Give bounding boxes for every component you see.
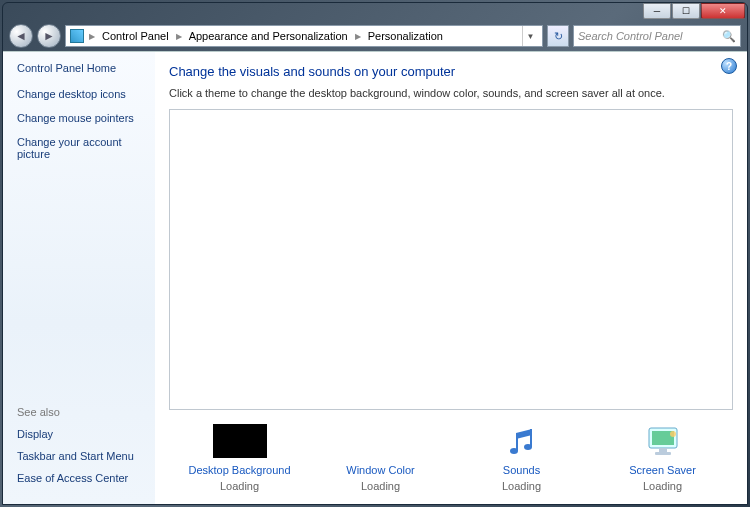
search-input[interactable]: Search Control Panel 🔍	[573, 25, 741, 47]
setting-status: Loading	[220, 480, 259, 492]
window-buttons: ─ ☐ ✕	[642, 3, 745, 19]
setting-sounds[interactable]: Sounds Loading	[457, 424, 587, 492]
page-subtitle: Click a theme to change the desktop back…	[169, 87, 733, 99]
task-change-desktop-icons[interactable]: Change desktop icons	[17, 88, 145, 100]
theme-list[interactable]	[169, 109, 733, 410]
breadcrumb[interactable]: ▶ Control Panel ▶ Appearance and Persona…	[65, 25, 543, 47]
settings-row: Desktop Background Loading Window Color …	[169, 410, 733, 496]
setting-label: Screen Saver	[629, 464, 696, 476]
help-icon[interactable]: ?	[721, 58, 737, 74]
minimize-button[interactable]: ─	[643, 3, 671, 19]
svg-rect-7	[655, 452, 671, 455]
control-panel-icon	[70, 29, 84, 43]
maximize-button[interactable]: ☐	[672, 3, 700, 19]
title-bar: ─ ☐ ✕	[3, 3, 747, 23]
content-area: Control Panel Home Change desktop icons …	[3, 51, 747, 504]
desktop-background-thumbnail	[210, 424, 270, 458]
svg-point-8	[670, 431, 676, 437]
sidebar: Control Panel Home Change desktop icons …	[3, 52, 155, 504]
setting-label: Desktop Background	[188, 464, 290, 476]
search-placeholder: Search Control Panel	[578, 30, 683, 42]
refresh-button[interactable]: ↻	[547, 25, 569, 47]
see-also-header: See also	[17, 406, 145, 418]
back-button[interactable]: ◄	[9, 24, 33, 48]
main-panel: ? Change the visuals and sounds on your …	[155, 52, 747, 504]
setting-status: Loading	[361, 480, 400, 492]
chevron-right-icon: ▶	[86, 32, 98, 41]
breadcrumb-dropdown[interactable]: ▼	[522, 26, 538, 46]
setting-status: Loading	[502, 480, 541, 492]
control-panel-home-link[interactable]: Control Panel Home	[17, 62, 145, 74]
see-also-display[interactable]: Display	[17, 428, 145, 440]
black-thumbnail	[213, 424, 267, 458]
task-change-account-picture[interactable]: Change your account picture	[17, 136, 145, 160]
search-icon: 🔍	[722, 30, 736, 43]
page-title: Change the visuals and sounds on your co…	[169, 64, 733, 79]
chevron-right-icon: ▶	[173, 32, 185, 41]
setting-window-color[interactable]: Window Color Loading	[316, 424, 446, 492]
see-also-taskbar[interactable]: Taskbar and Start Menu	[17, 450, 145, 462]
breadcrumb-item[interactable]: Control Panel	[100, 30, 171, 42]
svg-rect-6	[659, 448, 667, 452]
chevron-right-icon: ▶	[352, 32, 364, 41]
window-color-icon	[351, 424, 411, 458]
setting-desktop-background[interactable]: Desktop Background Loading	[175, 424, 305, 492]
setting-label: Window Color	[346, 464, 414, 476]
window-frame: ─ ☐ ✕ ◄ ► ▶ Control Panel ▶ Appearance a…	[2, 2, 748, 505]
sounds-icon	[492, 424, 552, 458]
forward-button[interactable]: ►	[37, 24, 61, 48]
breadcrumb-item[interactable]: Personalization	[366, 30, 445, 42]
address-bar: ◄ ► ▶ Control Panel ▶ Appearance and Per…	[3, 23, 747, 51]
close-button[interactable]: ✕	[701, 3, 745, 19]
screen-saver-icon	[633, 424, 693, 458]
task-change-mouse-pointers[interactable]: Change mouse pointers	[17, 112, 145, 124]
see-also-ease-of-access[interactable]: Ease of Access Center	[17, 472, 145, 484]
breadcrumb-item[interactable]: Appearance and Personalization	[187, 30, 350, 42]
setting-label: Sounds	[503, 464, 540, 476]
setting-status: Loading	[643, 480, 682, 492]
setting-screen-saver[interactable]: Screen Saver Loading	[598, 424, 728, 492]
